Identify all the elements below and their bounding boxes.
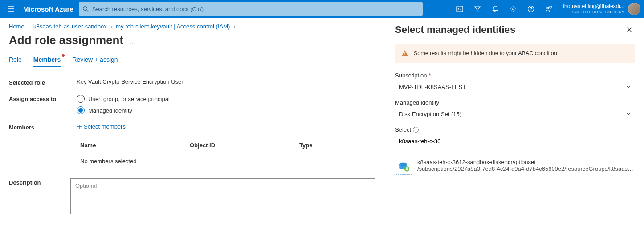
close-icon [626,27,632,33]
description-input[interactable] [70,178,375,214]
tab-role[interactable]: Role [9,56,22,67]
cloud-shell-button[interactable] [451,0,469,18]
breadcrumb: Home › k8saas-teh-as-user-sandbox › my-t… [9,23,375,30]
radio-managed-identity[interactable]: Managed identity [77,106,375,114]
panel-title: Select managed identities [395,24,515,36]
tab-members-label: Members [33,56,61,63]
radio-user-label: User, group, or service principal [88,96,170,102]
members-header-row: Name Object ID Type [77,137,375,153]
col-name: Name [80,142,190,149]
col-object-id: Object ID [190,142,299,149]
filter-button[interactable] [469,0,486,18]
chevron-right-icon: › [233,23,235,30]
selected-role-value: Key Vault Crypto Service Encryption User [77,78,375,85]
tabs: Role Members Review + assign [9,56,375,67]
main-content: Home › k8saas-teh-as-user-sandbox › my-t… [0,18,386,246]
global-search-input[interactable] [91,5,419,13]
breadcrumb-home[interactable]: Home [9,23,24,30]
page-title: Add role assignment [9,33,123,47]
managed-identity-value: Disk Encryption Set (15) [399,111,461,117]
chevron-down-icon [626,84,631,89]
members-table: Name Object ID Type No members selected [77,137,375,169]
svg-point-4 [547,7,549,9]
chevron-down-icon [626,111,631,117]
search-result-item[interactable]: k8saas-teh-c-3612-sandbox-diskencryption… [395,155,635,178]
svg-point-5 [404,54,405,55]
disk-encryption-set-icon [396,159,412,175]
help-icon [527,5,534,12]
radio-icon [77,106,85,114]
chevron-right-icon: › [110,23,112,30]
warning-banner: Some results might be hidden due to your… [395,44,635,63]
col-type: Type [299,142,371,149]
select-members-link[interactable]: Select members [77,123,375,130]
required-asterisk: * [429,72,431,79]
account-text: thomas.ehling@thalesdi... THALES DIGITAL… [563,3,624,14]
feedback-button[interactable] [540,0,558,18]
more-button[interactable]: … [130,39,137,46]
select-members-label: Select members [84,123,126,130]
radio-user-group-sp[interactable]: User, group, or service principal [77,95,375,103]
members-empty-row: No members selected [77,153,375,169]
person-feedback-icon [545,5,552,12]
select-input[interactable] [395,135,635,147]
notifications-button[interactable] [486,0,504,18]
avatar [628,3,640,15]
plus-icon [77,124,82,129]
bell-icon [492,5,499,12]
svg-point-0 [83,7,87,11]
hamburger-icon [7,6,14,12]
assign-access-label: Assign access to [9,95,77,102]
svg-rect-9 [406,168,408,170]
close-button[interactable] [624,24,635,36]
side-panel: Select managed identities Some results m… [386,18,644,246]
svg-rect-1 [457,6,463,12]
subscription-select[interactable]: MVP-TDF-K8SAAS-TEST [395,81,635,93]
selected-role-label: Selected role [9,78,77,86]
breadcrumb-resource-group[interactable]: k8saas-teh-as-user-sandbox [33,23,107,30]
search-icon [82,6,89,12]
cloud-shell-icon [456,6,463,12]
members-label: Members [9,123,77,131]
managed-identity-label: Managed identity [395,99,439,106]
brand[interactable]: Microsoft Azure [21,5,79,13]
top-icon-bar [451,0,558,18]
result-name: k8saas-teh-c-3612-sandbox-diskencryption… [417,159,634,165]
tab-indicator-dot [62,54,65,57]
tab-review[interactable]: Review + assign [72,56,118,67]
radio-icon [77,95,85,103]
radio-mi-label: Managed identity [88,107,132,114]
warning-icon [401,50,408,57]
breadcrumb-resource[interactable]: my-teh-client-keyvault | Access control … [116,23,230,30]
account-menu[interactable]: thomas.ehling@thalesdi... THALES DIGITAL… [558,0,644,18]
subscription-value: MVP-TDF-K8SAAS-TEST [399,84,466,90]
gear-icon [509,5,517,12]
account-email: thomas.ehling@thalesdi... [563,3,624,9]
info-icon[interactable]: i [413,127,419,133]
account-org: THALES DIGITAL FACTORY [570,10,624,15]
filter-icon [474,5,481,12]
help-button[interactable] [522,0,540,18]
global-search[interactable] [79,2,423,16]
managed-identity-select[interactable]: Disk Encryption Set (15) [395,108,635,120]
page-title-row: Add role assignment … [9,33,375,47]
subscription-label: Subscription [395,72,427,79]
tab-members[interactable]: Members [33,56,61,67]
description-label: Description [9,178,70,186]
result-subtext: /subscriptions/2927a8a3-7ed8-4c24-a9a4-d… [417,165,634,172]
select-label: Select [395,126,411,133]
top-bar: Microsoft Azure thomas.ehling@thalesdi..… [0,0,644,18]
settings-button[interactable] [504,0,522,18]
menu-toggle[interactable] [0,0,21,18]
warning-text: Some results might be hidden due to your… [414,50,558,56]
svg-point-2 [512,8,514,10]
chevron-right-icon: › [28,23,30,30]
